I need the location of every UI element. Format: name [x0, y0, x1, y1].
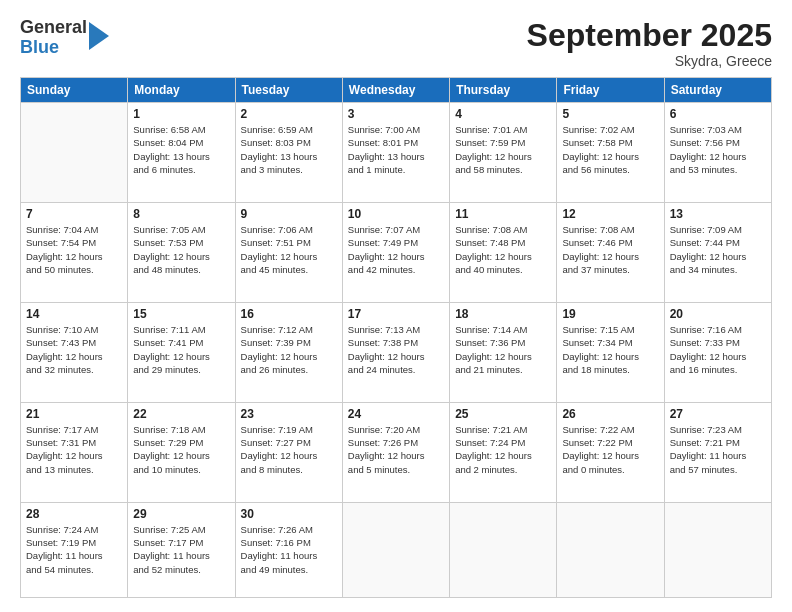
table-row — [557, 502, 664, 597]
header: General Blue September 2025 Skydra, Gree… — [20, 18, 772, 69]
table-row — [21, 103, 128, 203]
day-number: 17 — [348, 307, 444, 321]
table-row: 6Sunrise: 7:03 AM Sunset: 7:56 PM Daylig… — [664, 103, 771, 203]
col-tuesday: Tuesday — [235, 78, 342, 103]
table-row: 5Sunrise: 7:02 AM Sunset: 7:58 PM Daylig… — [557, 103, 664, 203]
table-row — [342, 502, 449, 597]
table-row: 21Sunrise: 7:17 AM Sunset: 7:31 PM Dayli… — [21, 402, 128, 502]
day-number: 4 — [455, 107, 551, 121]
logo-general: General — [20, 18, 87, 38]
table-row: 25Sunrise: 7:21 AM Sunset: 7:24 PM Dayli… — [450, 402, 557, 502]
day-info: Sunrise: 7:07 AM Sunset: 7:49 PM Dayligh… — [348, 223, 444, 276]
table-row: 20Sunrise: 7:16 AM Sunset: 7:33 PM Dayli… — [664, 302, 771, 402]
col-wednesday: Wednesday — [342, 78, 449, 103]
table-row: 26Sunrise: 7:22 AM Sunset: 7:22 PM Dayli… — [557, 402, 664, 502]
table-row — [450, 502, 557, 597]
table-row: 30Sunrise: 7:26 AM Sunset: 7:16 PM Dayli… — [235, 502, 342, 597]
day-info: Sunrise: 7:20 AM Sunset: 7:26 PM Dayligh… — [348, 423, 444, 476]
day-info: Sunrise: 7:25 AM Sunset: 7:17 PM Dayligh… — [133, 523, 229, 576]
logo: General Blue — [20, 18, 109, 58]
day-info: Sunrise: 7:22 AM Sunset: 7:22 PM Dayligh… — [562, 423, 658, 476]
table-row: 24Sunrise: 7:20 AM Sunset: 7:26 PM Dayli… — [342, 402, 449, 502]
day-info: Sunrise: 7:19 AM Sunset: 7:27 PM Dayligh… — [241, 423, 337, 476]
day-info: Sunrise: 7:15 AM Sunset: 7:34 PM Dayligh… — [562, 323, 658, 376]
col-friday: Friday — [557, 78, 664, 103]
table-row: 11Sunrise: 7:08 AM Sunset: 7:48 PM Dayli… — [450, 203, 557, 303]
day-info: Sunrise: 7:08 AM Sunset: 7:48 PM Dayligh… — [455, 223, 551, 276]
table-row: 22Sunrise: 7:18 AM Sunset: 7:29 PM Dayli… — [128, 402, 235, 502]
table-row: 9Sunrise: 7:06 AM Sunset: 7:51 PM Daylig… — [235, 203, 342, 303]
day-info: Sunrise: 6:59 AM Sunset: 8:03 PM Dayligh… — [241, 123, 337, 176]
day-number: 27 — [670, 407, 766, 421]
day-number: 20 — [670, 307, 766, 321]
table-row: 10Sunrise: 7:07 AM Sunset: 7:49 PM Dayli… — [342, 203, 449, 303]
day-info: Sunrise: 7:12 AM Sunset: 7:39 PM Dayligh… — [241, 323, 337, 376]
day-number: 26 — [562, 407, 658, 421]
day-number: 19 — [562, 307, 658, 321]
day-number: 10 — [348, 207, 444, 221]
table-row: 2Sunrise: 6:59 AM Sunset: 8:03 PM Daylig… — [235, 103, 342, 203]
day-info: Sunrise: 7:10 AM Sunset: 7:43 PM Dayligh… — [26, 323, 122, 376]
table-row: 19Sunrise: 7:15 AM Sunset: 7:34 PM Dayli… — [557, 302, 664, 402]
day-info: Sunrise: 7:14 AM Sunset: 7:36 PM Dayligh… — [455, 323, 551, 376]
table-row: 7Sunrise: 7:04 AM Sunset: 7:54 PM Daylig… — [21, 203, 128, 303]
table-row — [664, 502, 771, 597]
day-info: Sunrise: 7:04 AM Sunset: 7:54 PM Dayligh… — [26, 223, 122, 276]
day-info: Sunrise: 7:05 AM Sunset: 7:53 PM Dayligh… — [133, 223, 229, 276]
day-number: 13 — [670, 207, 766, 221]
table-row: 18Sunrise: 7:14 AM Sunset: 7:36 PM Dayli… — [450, 302, 557, 402]
day-info: Sunrise: 7:03 AM Sunset: 7:56 PM Dayligh… — [670, 123, 766, 176]
day-number: 8 — [133, 207, 229, 221]
day-number: 9 — [241, 207, 337, 221]
day-number: 11 — [455, 207, 551, 221]
day-number: 24 — [348, 407, 444, 421]
table-row: 3Sunrise: 7:00 AM Sunset: 8:01 PM Daylig… — [342, 103, 449, 203]
day-info: Sunrise: 7:08 AM Sunset: 7:46 PM Dayligh… — [562, 223, 658, 276]
table-row: 16Sunrise: 7:12 AM Sunset: 7:39 PM Dayli… — [235, 302, 342, 402]
day-info: Sunrise: 7:24 AM Sunset: 7:19 PM Dayligh… — [26, 523, 122, 576]
title-block: September 2025 Skydra, Greece — [527, 18, 772, 69]
day-info: Sunrise: 7:21 AM Sunset: 7:24 PM Dayligh… — [455, 423, 551, 476]
day-number: 5 — [562, 107, 658, 121]
day-info: Sunrise: 7:23 AM Sunset: 7:21 PM Dayligh… — [670, 423, 766, 476]
table-row: 15Sunrise: 7:11 AM Sunset: 7:41 PM Dayli… — [128, 302, 235, 402]
day-number: 1 — [133, 107, 229, 121]
day-number: 23 — [241, 407, 337, 421]
table-row: 1Sunrise: 6:58 AM Sunset: 8:04 PM Daylig… — [128, 103, 235, 203]
day-number: 18 — [455, 307, 551, 321]
day-info: Sunrise: 7:01 AM Sunset: 7:59 PM Dayligh… — [455, 123, 551, 176]
col-saturday: Saturday — [664, 78, 771, 103]
day-info: Sunrise: 7:00 AM Sunset: 8:01 PM Dayligh… — [348, 123, 444, 176]
day-number: 21 — [26, 407, 122, 421]
day-number: 12 — [562, 207, 658, 221]
month-title: September 2025 — [527, 18, 772, 53]
day-info: Sunrise: 7:26 AM Sunset: 7:16 PM Dayligh… — [241, 523, 337, 576]
col-sunday: Sunday — [21, 78, 128, 103]
day-number: 6 — [670, 107, 766, 121]
day-number: 16 — [241, 307, 337, 321]
day-info: Sunrise: 7:17 AM Sunset: 7:31 PM Dayligh… — [26, 423, 122, 476]
day-info: Sunrise: 7:16 AM Sunset: 7:33 PM Dayligh… — [670, 323, 766, 376]
table-row: 29Sunrise: 7:25 AM Sunset: 7:17 PM Dayli… — [128, 502, 235, 597]
table-row: 23Sunrise: 7:19 AM Sunset: 7:27 PM Dayli… — [235, 402, 342, 502]
table-row: 4Sunrise: 7:01 AM Sunset: 7:59 PM Daylig… — [450, 103, 557, 203]
day-number: 7 — [26, 207, 122, 221]
day-info: Sunrise: 7:06 AM Sunset: 7:51 PM Dayligh… — [241, 223, 337, 276]
day-info: Sunrise: 7:13 AM Sunset: 7:38 PM Dayligh… — [348, 323, 444, 376]
day-info: Sunrise: 7:09 AM Sunset: 7:44 PM Dayligh… — [670, 223, 766, 276]
logo-icon — [89, 22, 109, 50]
table-row: 12Sunrise: 7:08 AM Sunset: 7:46 PM Dayli… — [557, 203, 664, 303]
page: General Blue September 2025 Skydra, Gree… — [0, 0, 792, 612]
day-number: 28 — [26, 507, 122, 521]
col-thursday: Thursday — [450, 78, 557, 103]
day-number: 25 — [455, 407, 551, 421]
table-row: 13Sunrise: 7:09 AM Sunset: 7:44 PM Dayli… — [664, 203, 771, 303]
table-row: 17Sunrise: 7:13 AM Sunset: 7:38 PM Dayli… — [342, 302, 449, 402]
day-number: 15 — [133, 307, 229, 321]
day-number: 30 — [241, 507, 337, 521]
svg-marker-0 — [89, 22, 109, 50]
subtitle: Skydra, Greece — [527, 53, 772, 69]
day-info: Sunrise: 7:11 AM Sunset: 7:41 PM Dayligh… — [133, 323, 229, 376]
day-info: Sunrise: 6:58 AM Sunset: 8:04 PM Dayligh… — [133, 123, 229, 176]
day-number: 2 — [241, 107, 337, 121]
